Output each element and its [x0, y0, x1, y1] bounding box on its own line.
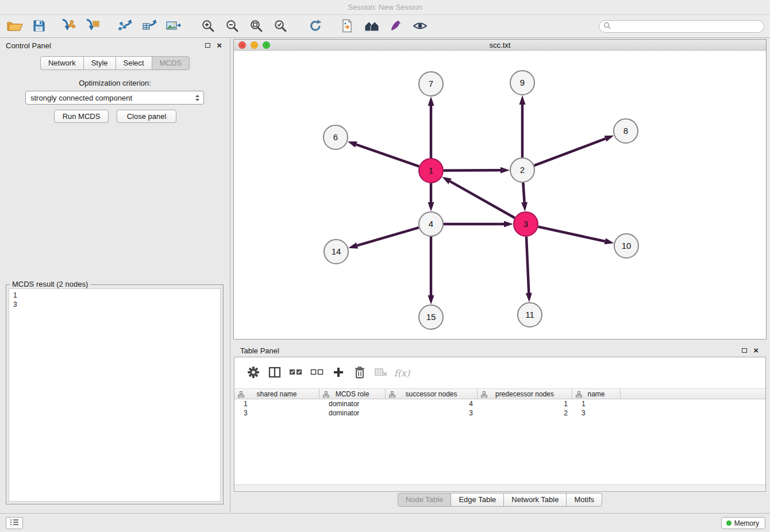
tab-style[interactable]: Style	[83, 56, 116, 70]
export-network-button[interactable]	[115, 18, 136, 35]
result-item[interactable]: 1	[9, 291, 220, 300]
float-panel-icon[interactable]	[205, 43, 210, 48]
table-options-button[interactable]	[242, 364, 264, 381]
delete-columns-button[interactable]	[349, 364, 370, 381]
table-cell[interactable]: 4	[386, 399, 478, 408]
tab-mcds[interactable]: MCDS	[152, 56, 190, 70]
graph-edge-1-2[interactable]	[444, 167, 510, 174]
graph-node-6[interactable]: 6	[324, 125, 348, 149]
graph-node-9[interactable]: 9	[510, 71, 534, 95]
table-tab-edge-table[interactable]: Edge Table	[451, 493, 504, 507]
open-session-button[interactable]	[5, 18, 25, 35]
graph-edge-1-4[interactable]	[428, 183, 434, 211]
table-cell[interactable]: 2	[478, 408, 572, 418]
graph-edge-3-11[interactable]	[526, 237, 532, 302]
graph-edge-1-6[interactable]	[348, 141, 419, 166]
graph-node-11[interactable]: 11	[518, 303, 542, 327]
control-panel-close-icon[interactable]: ×	[217, 41, 222, 50]
table-tab-network-table[interactable]: Network Table	[503, 493, 567, 507]
optimization-select[interactable]: strongly connected component	[25, 91, 204, 105]
export-image-button[interactable]	[163, 18, 184, 35]
graph-node-8[interactable]: 8	[614, 119, 638, 143]
import-table-button[interactable]	[82, 18, 102, 35]
annotation-button[interactable]	[386, 18, 406, 35]
result-item[interactable]: 3	[9, 300, 220, 309]
search-input[interactable]	[614, 21, 764, 32]
apply-layout-button[interactable]	[305, 18, 326, 35]
export-network-icon	[118, 19, 133, 34]
zoom-selected-button[interactable]	[270, 18, 291, 35]
window-close-button[interactable]: ×	[238, 41, 246, 49]
graph-edge-4-3[interactable]	[444, 221, 513, 228]
column-header-mcds-role[interactable]: MCDS role	[319, 389, 386, 399]
table-cell[interactable]: 1	[234, 399, 319, 408]
table-row[interactable]: 3dominator323	[234, 408, 765, 418]
graph-node-3[interactable]: 3	[514, 212, 538, 236]
column-header-filler	[621, 389, 765, 399]
control-panel-header: Control Panel ×	[0, 38, 230, 53]
create-column-button[interactable]	[328, 364, 349, 381]
tab-network[interactable]: Network	[40, 56, 84, 70]
close-panel-button[interactable]: Close panel	[117, 110, 176, 123]
table-float-panel-icon[interactable]	[742, 348, 747, 353]
zoom-in-button[interactable]	[198, 18, 218, 35]
search-field[interactable]	[599, 20, 764, 33]
column-header-predecessor-nodes[interactable]: predecessor nodes	[478, 389, 572, 399]
column-header-name[interactable]: name	[572, 389, 621, 399]
graph-node-label: 8	[623, 126, 628, 136]
mcds-result-list[interactable]: 13	[9, 288, 221, 502]
table-cell[interactable]: 1	[572, 399, 621, 408]
column-header-successor-nodes[interactable]: successor nodes	[386, 389, 478, 399]
save-session-button[interactable]	[29, 18, 49, 35]
deselect-all-button[interactable]	[306, 364, 328, 381]
network-window-titlebar[interactable]: × − + scc.txt	[234, 40, 766, 51]
select-all-button[interactable]	[285, 364, 306, 381]
show-columns-button[interactable]	[264, 364, 285, 381]
zoom-fit-button[interactable]	[246, 18, 267, 35]
graph-node-1[interactable]: 1	[419, 159, 443, 183]
table-cell[interactable]: 3	[234, 408, 319, 418]
graph-node-14[interactable]: 14	[324, 240, 348, 264]
table-cell[interactable]: dominator	[319, 399, 386, 408]
graph-edge-4-15[interactable]	[428, 237, 434, 304]
table-cell[interactable]: dominator	[319, 408, 386, 418]
graph-node-15[interactable]: 15	[419, 305, 443, 329]
network-canvas[interactable]: 7968124314101511	[234, 51, 766, 339]
graph-edge-4-14[interactable]	[348, 228, 419, 249]
graph-edge-1-7[interactable]	[428, 97, 434, 158]
graph-edge-2-8[interactable]	[534, 136, 614, 165]
graph-node-10[interactable]: 10	[614, 234, 638, 258]
graph-edge-3-10[interactable]	[538, 227, 614, 245]
first-neighbors-button[interactable]	[361, 18, 382, 35]
column-header-shared-name[interactable]: shared name	[234, 389, 319, 399]
zoom-out-icon	[225, 19, 239, 34]
import-network-button[interactable]	[57, 18, 78, 35]
show-hide-button[interactable]	[410, 18, 430, 35]
graph-node-2[interactable]: 2	[510, 158, 534, 182]
graph-node-4[interactable]: 4	[419, 212, 443, 236]
table-tab-motifs[interactable]: Motifs	[566, 493, 602, 507]
zoom-in-icon	[201, 19, 215, 34]
window-zoom-button[interactable]: +	[263, 41, 270, 49]
export-document-button[interactable]	[337, 18, 358, 35]
table-cell[interactable]: 1	[478, 399, 572, 408]
window-minimize-button[interactable]: −	[251, 41, 258, 49]
zoom-out-button[interactable]	[222, 18, 242, 35]
table-cell[interactable]: 3	[572, 408, 621, 418]
table-cell[interactable]: 3	[386, 408, 478, 418]
eye-icon	[413, 21, 428, 33]
graph-node-7[interactable]: 7	[419, 72, 443, 96]
task-history-button[interactable]	[6, 517, 23, 529]
window-titlebar[interactable]: Session: New Session	[0, 0, 770, 15]
graph-edge-2-3[interactable]	[521, 183, 528, 211]
graph-edge-2-9[interactable]	[519, 95, 526, 157]
run-mcds-button[interactable]: Run MCDS	[54, 110, 109, 123]
memory-button[interactable]: Memory	[721, 517, 765, 529]
table-tab-node-table[interactable]: Node Table	[398, 493, 452, 507]
graph-edge-3-1[interactable]	[442, 177, 515, 218]
table-horizontal-scrollbar[interactable]	[234, 484, 765, 491]
table-row[interactable]: 1dominator411	[234, 399, 765, 408]
table-panel-close-icon[interactable]: ×	[753, 346, 759, 355]
export-table-button[interactable]	[139, 18, 160, 35]
tab-select[interactable]: Select	[116, 56, 152, 70]
